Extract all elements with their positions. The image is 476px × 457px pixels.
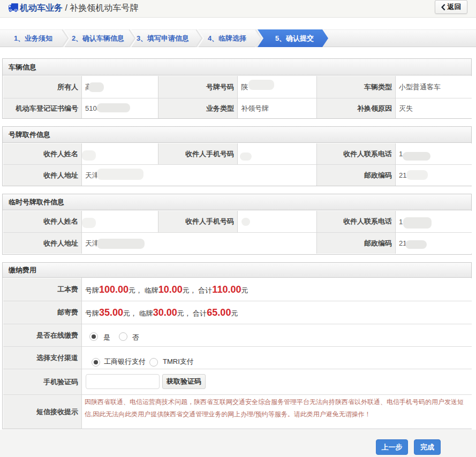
svg-text:2、确认车辆信息: 2、确认车辆信息	[72, 34, 124, 42]
svg-text:1、业务须知: 1、业务须知	[14, 34, 52, 42]
svg-text:4、临牌选择: 4、临牌选择	[208, 34, 247, 42]
svg-text:5、确认提交: 5、确认提交	[275, 34, 314, 42]
svg-text:3、填写申请信息: 3、填写申请信息	[137, 34, 189, 42]
